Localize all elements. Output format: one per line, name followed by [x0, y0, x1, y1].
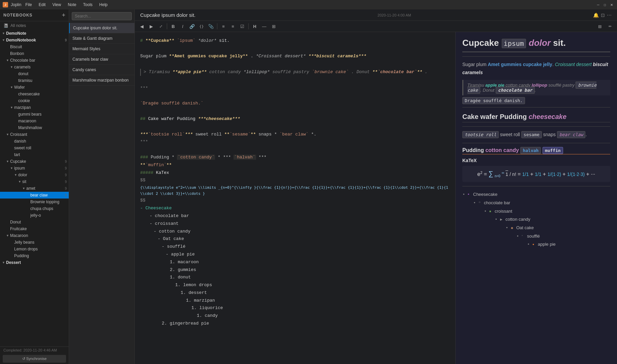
external-edit-btn[interactable]: ⤢ — [156, 22, 165, 30]
tree-item-croissant[interactable]: ▼Croissant — [0, 131, 69, 138]
menu-note[interactable]: Note — [66, 2, 78, 8]
source-editor[interactable]: # **Cupcake** `ipsum` *dolor* sit. Sugar… — [135, 32, 455, 364]
menu-view[interactable]: View — [51, 2, 62, 8]
src-list-8: 1. macaroon — [146, 259, 450, 266]
tree-item-chocolate_bar[interactable]: ▼Chocolate bar — [0, 57, 69, 64]
tree-item-jelly_o[interactable]: jelly-o — [0, 212, 69, 219]
src-list-13: 1. marzipan — [146, 297, 450, 304]
tree-item-sit[interactable]: ▼sit9 — [0, 178, 69, 185]
note-item-caramels_bear[interactable]: Caramels bear claw — [69, 54, 134, 65]
editor-header-icons: 🔔 ⊡ ⋯ — [593, 12, 612, 18]
nav-back-btn[interactable]: ◀ — [137, 22, 146, 30]
nav-forward-btn[interactable]: ▶ — [147, 22, 156, 30]
tree-item-lemon_drops[interactable]: Lemon drops — [0, 246, 69, 252]
tree-label: Donut — [10, 220, 67, 224]
all-notes-item[interactable]: 📓 All notes — [0, 21, 69, 30]
tree-item-cookie[interactable]: cookie — [0, 97, 69, 104]
tree-label: Croissant — [10, 132, 67, 137]
add-notebook-btn[interactable]: + — [62, 12, 65, 18]
tree-item-tart[interactable]: tart — [0, 151, 69, 158]
tree-item-pudding[interactable]: Pudding — [0, 252, 69, 259]
src-muffin: **`muffin`** — [140, 162, 450, 169]
tree-item-macaroon2[interactable]: ▼Macaroon — [0, 232, 69, 239]
ol-btn[interactable]: ≡ — [228, 22, 237, 30]
checklist-btn[interactable]: ☑ — [238, 22, 247, 30]
menu-help[interactable]: Help — [98, 2, 109, 8]
tree-item-macaroon[interactable]: macaroon — [0, 118, 69, 124]
note-item-state_gantt[interactable]: State & Gantt diagram — [69, 33, 134, 44]
editor-body: # **Cupcake** `ipsum` *dolor* sit. Sugar… — [135, 32, 617, 364]
note-item-title: Marshmallow marzipan bonbon — [72, 78, 129, 83]
preview-p2: tootsie roll sweet roll sesame snaps bea… — [462, 131, 610, 139]
tree-item-danish[interactable]: danish — [0, 138, 69, 145]
tree-item-tiramisu[interactable]: tiramisu — [0, 77, 69, 84]
preview-list-cheesecake: • Cheesecake ○ chocolate bar ■ croissant — [468, 190, 610, 249]
menu-edit[interactable]: Edit — [37, 2, 47, 8]
note-item-cupcake_ipsum[interactable]: Cupcake ipsum dolor sit. — [69, 23, 134, 33]
toggle-icon[interactable]: ⊡ — [601, 12, 605, 18]
tree-item-fruitcake[interactable]: Fruitcake — [0, 225, 69, 232]
split-view-btn[interactable]: ▤ — [595, 22, 604, 30]
note-item-marshmallow_bonbon[interactable]: Marshmallow marzipan bonbon — [69, 75, 134, 86]
tree-item-donut2[interactable]: Donut — [0, 219, 69, 225]
link-btn[interactable]: 🔗 — [188, 22, 196, 30]
tree-label: sit — [22, 179, 63, 184]
italic-btn[interactable]: I — [178, 22, 187, 30]
menu-tools[interactable]: Tools — [82, 2, 94, 8]
note-item-candy_canes[interactable]: Candy canes — [69, 65, 134, 75]
attachment-btn[interactable]: 📎 — [207, 22, 215, 30]
tree-item-donut[interactable]: donut — [0, 70, 69, 77]
src-list-5: - Oat cake — [146, 236, 450, 243]
tree-label: danish — [14, 139, 67, 144]
bold-btn[interactable]: B — [169, 22, 178, 30]
tree-item-demo_notebook[interactable]: ▼DemoNotebook9 — [0, 37, 69, 43]
tree-item-chupa_chups[interactable]: chupa chups — [0, 205, 69, 212]
alarm-icon[interactable]: 🔔 — [593, 12, 599, 18]
tree-item-dolor[interactable]: ▼dolor9 — [0, 172, 69, 178]
tree-item-marzipan[interactable]: ▼marzipan — [0, 104, 69, 111]
search-input[interactable] — [72, 12, 132, 20]
tree-item-caramels[interactable]: ▼caramels — [0, 64, 69, 70]
maximize-btn[interactable]: □ — [602, 2, 608, 7]
tree-label: donut — [18, 71, 67, 76]
table-btn[interactable]: ⊞ — [269, 22, 278, 30]
tree-item-dessert[interactable]: ▼Dessert — [0, 259, 69, 266]
tree-label: sweet roll — [14, 146, 67, 150]
tree-item-biscuit[interactable]: Biscuit — [0, 43, 69, 50]
preview-btn[interactable]: ✏ — [606, 22, 614, 30]
tree-label: Wafer — [14, 85, 67, 90]
heading-btn[interactable]: H — [250, 22, 259, 30]
tree-item-brownie_topping[interactable]: Brownie topping — [0, 199, 69, 205]
note-item-mermaid_styles[interactable]: Mermaid Styles — [69, 44, 134, 54]
src-h2: ## Cake wafer Pudding ***cheesecake*** — [140, 116, 450, 123]
tree-item-amet[interactable]: ▼amet9 — [0, 185, 69, 192]
tree-item-demo_note[interactable]: ▼DemoNote — [0, 30, 69, 37]
src-list-9: 2. gummies — [146, 267, 450, 274]
menu-file[interactable]: File — [24, 2, 33, 8]
sync-button[interactable]: ↺ Synchronise — [3, 355, 66, 363]
minimize-btn[interactable]: ─ — [595, 2, 601, 7]
code-btn[interactable]: {} — [197, 22, 206, 30]
tree-item-bear_claw[interactable]: bear claw9 — [0, 192, 69, 199]
tree-item-cupcake[interactable]: ▼Cupcake9 — [0, 158, 69, 165]
tree-item-wafer[interactable]: ▼Wafer — [0, 84, 69, 91]
tree-item-marshmallow[interactable]: Marshmallow — [0, 124, 69, 131]
src-h3: ### Pudding * `cotton candy` * *** `halv… — [140, 154, 450, 161]
tree-item-sweet_roll[interactable]: sweet roll — [0, 145, 69, 151]
src-list-6: - soufflé — [146, 243, 450, 250]
tree-item-gummi_bears[interactable]: gummi bears — [0, 111, 69, 118]
tree-arrow: ▼ — [18, 180, 22, 183]
tree-item-ipsum[interactable]: ▼ipsum9 — [0, 165, 69, 172]
tree-arrow: ▼ — [6, 59, 10, 62]
tree-label: Marshmallow — [18, 125, 67, 130]
tree-item-jelly_beans[interactable]: Jelly beans — [0, 239, 69, 246]
close-btn[interactable]: ✕ — [609, 2, 614, 7]
tree-label: Cupcake — [10, 159, 63, 164]
tree-item-bonbon[interactable]: Bonbon — [0, 50, 69, 57]
note-item-title: Caramels bear claw — [72, 57, 108, 62]
hr-btn[interactable]: — — [260, 22, 269, 30]
tree-item-cheesecake[interactable]: cheesecake — [0, 91, 69, 97]
preview-halvah: halvah — [520, 147, 541, 154]
more-icon[interactable]: ⋯ — [607, 12, 612, 18]
ul-btn[interactable]: ≡ — [219, 22, 228, 30]
